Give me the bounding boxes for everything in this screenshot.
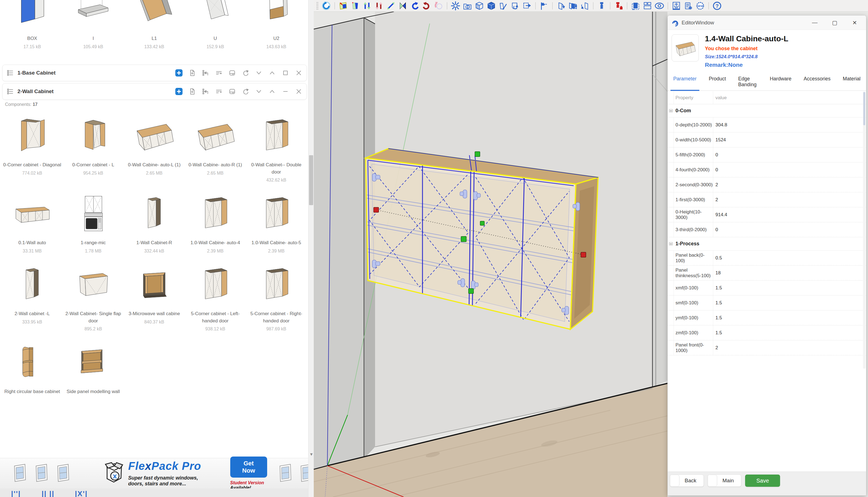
- tab-material[interactable]: Material: [842, 73, 861, 90]
- library-item[interactable]: 5-Corner cabinet - Left-handed door 938.…: [185, 259, 246, 333]
- main-button[interactable]: Main: [708, 474, 741, 487]
- library-item[interactable]: 0-Wall Cabine- auto-R (1) 2.65 MB: [185, 110, 246, 184]
- door-double-icon[interactable]: [568, 1, 578, 11]
- param-value[interactable]: 914.4: [713, 207, 866, 222]
- expand-chevron-up-icon[interactable]: [268, 88, 276, 95]
- param-group-row[interactable]: 0-Com: [668, 104, 866, 117]
- editor-titlebar[interactable]: EditorWindow — ▢ ✕: [668, 15, 866, 30]
- panel-draw-icon[interactable]: [350, 1, 360, 11]
- library-scrollbar[interactable]: ▼: [308, 0, 314, 497]
- settings-gear-icon[interactable]: [451, 1, 460, 11]
- close-icon[interactable]: ✕: [851, 19, 858, 26]
- param-value[interactable]: 1.5: [713, 325, 866, 340]
- library-item[interactable]: U 152.9 kB: [185, 0, 246, 51]
- param-value[interactable]: 0.5: [713, 251, 866, 265]
- rotate-right-icon[interactable]: [422, 1, 432, 11]
- import-file-icon[interactable]: [188, 69, 196, 77]
- collapse-chevron-down-icon[interactable]: [255, 69, 263, 77]
- table-scrollbar[interactable]: [863, 91, 866, 369]
- param-value[interactable]: 2: [713, 340, 866, 355]
- library-item[interactable]: U2 143.63 kB: [246, 0, 307, 51]
- param-value[interactable]: 0: [713, 162, 866, 177]
- param-value[interactable]: 1.5: [713, 310, 866, 325]
- panel-export-icon[interactable]: [522, 1, 532, 11]
- move-diagonal-icon[interactable]: [386, 1, 396, 11]
- param-value[interactable]: 304.8: [713, 117, 866, 132]
- param-value[interactable]: 1.5: [713, 281, 866, 295]
- select-panel-icon[interactable]: [631, 1, 640, 11]
- bolt-delete-icon[interactable]: [614, 1, 624, 11]
- maximize-icon[interactable]: [281, 69, 289, 77]
- tab-edge-banding[interactable]: Edge Banding: [738, 73, 758, 90]
- tab-accessories[interactable]: Accessories: [803, 73, 831, 90]
- toolbar-grip[interactable]: [316, 2, 318, 10]
- library-item[interactable]: BOX 17.15 kB: [2, 0, 63, 51]
- flexpack-ad-banner[interactable]: x FlexPack Pro Super fast dynamic window…: [0, 458, 314, 488]
- get-now-button[interactable]: Get Now: [230, 456, 267, 478]
- export-cube-icon[interactable]: [463, 1, 472, 11]
- param-row[interactable]: ymf(0-100) 1.5: [668, 310, 866, 325]
- cube-solid-icon[interactable]: [486, 1, 496, 11]
- library-item[interactable]: Right circular base cabinet: [2, 337, 63, 399]
- frame-draw-icon[interactable]: [338, 1, 348, 11]
- door-swing-left-icon[interactable]: [556, 1, 566, 11]
- layout-grid-icon[interactable]: [643, 1, 652, 11]
- viewport-3d[interactable]: [314, 12, 667, 497]
- library-item[interactable]: 0-Wall Cabine- auto-L (1) 2.65 MB: [124, 110, 185, 184]
- library-item[interactable]: 1.0-Wall Cabine- auto-4 2.39 MB: [185, 188, 246, 255]
- save-button[interactable]: Save: [745, 474, 780, 487]
- param-row[interactable]: 1-first(0-3000) 2: [668, 193, 866, 207]
- library-item[interactable]: 1-range-mic 1.78 MB: [63, 188, 124, 255]
- list-restore-icon[interactable]: [202, 69, 209, 77]
- close-icon[interactable]: [295, 69, 303, 77]
- save-drive-icon[interactable]: [228, 69, 236, 77]
- library-item[interactable]: 1-Wall Cabinet-R 332.44 kB: [124, 188, 185, 255]
- param-row[interactable]: zmf(0-100) 1.5: [668, 325, 866, 340]
- door-swing-right-icon[interactable]: [580, 1, 590, 11]
- new-badge-icon[interactable]: NEW: [695, 1, 705, 11]
- param-row[interactable]: 2-second(0-3000) 2: [668, 178, 866, 193]
- scrollbar-thumb[interactable]: [309, 155, 313, 205]
- collapse-icon[interactable]: [669, 109, 673, 112]
- param-row[interactable]: Panel thinkness(5-100) 18: [668, 266, 866, 281]
- param-row[interactable]: 0-depth(10-2000) 304.8: [668, 117, 866, 132]
- library-item[interactable]: 0.1-Wall auto 33.31 MB: [2, 188, 63, 255]
- sort-list-icon[interactable]: [215, 69, 223, 77]
- pin-measure-icon[interactable]: [539, 1, 549, 11]
- collapse-chevron-down-icon[interactable]: [255, 88, 263, 95]
- section-header-wall-cabinet[interactable]: 2-Wall Cabinet: [2, 83, 307, 100]
- undo-icon[interactable]: [321, 1, 331, 11]
- scroll-down-arrow[interactable]: ▼: [309, 452, 314, 456]
- param-row[interactable]: xmf(0-100) 1.5: [668, 281, 866, 296]
- library-item[interactable]: Side panel modelling wall: [63, 337, 124, 399]
- param-value[interactable]: 1524: [713, 132, 866, 147]
- library-item[interactable]: I 105.49 kB: [63, 0, 124, 51]
- eye-icon[interactable]: [655, 1, 664, 11]
- library-item[interactable]: 2-Wall Cabinet- Single flap door 895.2 k…: [63, 259, 124, 333]
- param-row[interactable]: Panel front(0-1000) 2: [668, 340, 866, 355]
- library-item[interactable]: 5-Corner cabinet - Right-handed door 987…: [246, 259, 307, 333]
- sort-list-icon[interactable]: [215, 88, 223, 95]
- save-drive-icon[interactable]: [228, 88, 236, 95]
- add-component-icon[interactable]: [175, 88, 183, 95]
- param-row[interactable]: 5-fifth(0-2000) 0: [668, 147, 866, 162]
- list-restore-icon[interactable]: [202, 88, 209, 95]
- library-item[interactable]: 3-Microwave wall cabine 840.37 kB: [124, 259, 185, 333]
- tab-hardware[interactable]: Hardware: [769, 73, 792, 90]
- inspect-icon[interactable]: [671, 1, 681, 11]
- library-item[interactable]: 2-Wall cabinet -L 333.95 kB: [2, 259, 63, 333]
- param-value[interactable]: 18: [713, 266, 866, 280]
- add-component-icon[interactable]: [175, 69, 183, 77]
- help-icon[interactable]: ?: [712, 1, 722, 11]
- list-menu-icon[interactable]: [6, 88, 14, 95]
- collapse-icon[interactable]: [669, 242, 673, 245]
- report-gear-icon[interactable]: [683, 1, 693, 11]
- param-row[interactable]: 4-fourth(0-2000) 0: [668, 162, 866, 178]
- param-value[interactable]: 0: [713, 147, 866, 162]
- param-value[interactable]: 0: [713, 222, 866, 237]
- param-row[interactable]: smf(0-100) 1.5: [668, 296, 866, 310]
- minimize-icon[interactable]: [281, 88, 289, 95]
- maximize-icon[interactable]: ▢: [831, 19, 838, 26]
- panel-edit-icon[interactable]: [498, 1, 508, 11]
- rotate-free-icon[interactable]: [433, 1, 444, 11]
